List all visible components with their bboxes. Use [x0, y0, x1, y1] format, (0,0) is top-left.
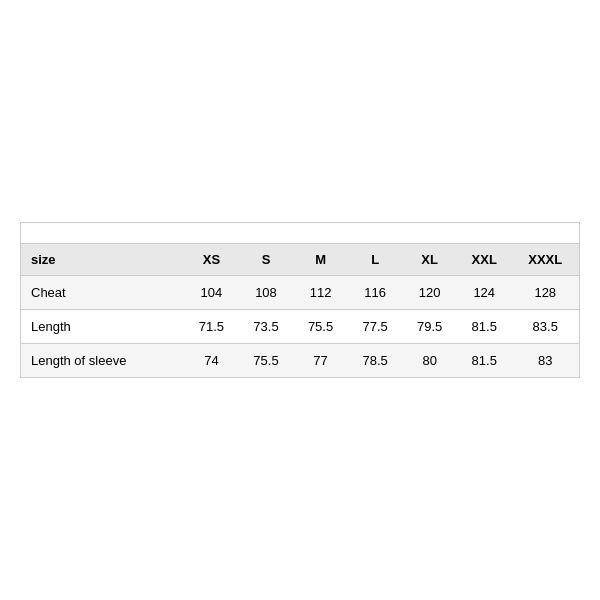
header-l: L [348, 244, 403, 276]
label-sleeve: Length of sleeve [21, 344, 185, 378]
sleeve-l: 78.5 [348, 344, 403, 378]
row-cheat: Cheat 104 108 112 116 120 124 128 [21, 276, 580, 310]
sleeve-xs: 74 [184, 344, 239, 378]
length-m: 75.5 [293, 310, 348, 344]
header-s: S [239, 244, 294, 276]
table-title [21, 223, 580, 244]
label-length: Length [21, 310, 185, 344]
sleeve-xxxl: 83 [512, 344, 580, 378]
header-xl: XL [402, 244, 457, 276]
length-xl: 79.5 [402, 310, 457, 344]
length-xs: 71.5 [184, 310, 239, 344]
cheat-s: 108 [239, 276, 294, 310]
length-l: 77.5 [348, 310, 403, 344]
header-row: size XS S M L XL XXL XXXL [21, 244, 580, 276]
cheat-xl: 120 [402, 276, 457, 310]
size-chart-table: size XS S M L XL XXL XXXL Cheat 104 108 … [20, 222, 580, 378]
row-sleeve: Length of sleeve 74 75.5 77 78.5 80 81.5… [21, 344, 580, 378]
cheat-xxl: 124 [457, 276, 512, 310]
label-cheat: Cheat [21, 276, 185, 310]
cheat-m: 112 [293, 276, 348, 310]
header-xxxl: XXXL [512, 244, 580, 276]
header-xs: XS [184, 244, 239, 276]
length-xxl: 81.5 [457, 310, 512, 344]
title-row [21, 223, 580, 244]
header-xxl: XXL [457, 244, 512, 276]
header-m: M [293, 244, 348, 276]
row-length: Length 71.5 73.5 75.5 77.5 79.5 81.5 83.… [21, 310, 580, 344]
header-size: size [21, 244, 185, 276]
sleeve-xxl: 81.5 [457, 344, 512, 378]
length-s: 73.5 [239, 310, 294, 344]
cheat-l: 116 [348, 276, 403, 310]
sleeve-xl: 80 [402, 344, 457, 378]
length-xxxl: 83.5 [512, 310, 580, 344]
size-chart-container: size XS S M L XL XXL XXXL Cheat 104 108 … [20, 222, 580, 378]
sleeve-m: 77 [293, 344, 348, 378]
sleeve-s: 75.5 [239, 344, 294, 378]
cheat-xxxl: 128 [512, 276, 580, 310]
cheat-xs: 104 [184, 276, 239, 310]
